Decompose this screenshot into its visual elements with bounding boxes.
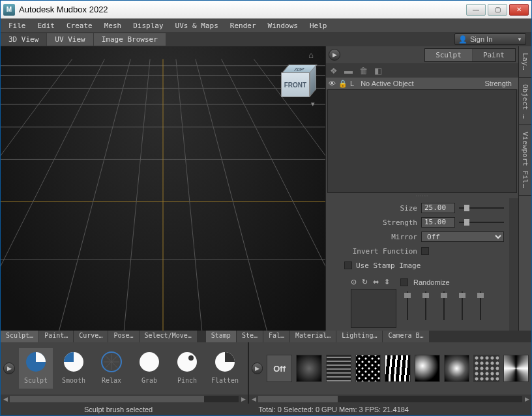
brush-relax[interactable]: Relax [95,348,128,389]
menu-file[interactable]: File [3,20,31,31]
brush-scrollbar[interactable]: ◀▶ [1,394,248,404]
vslider-5[interactable] [476,291,485,320]
invert-checkbox[interactable] [421,247,429,255]
stamp-1[interactable] [296,355,321,382]
minimize-button[interactable]: — [466,4,486,16]
sidetab-object[interactable]: Object … [519,78,531,126]
right-scrollbar[interactable] [509,198,518,331]
brush-grab[interactable]: Grab [132,348,166,389]
stamp-scrollbar[interactable]: ◀▶ [249,394,531,404]
menu-edit[interactable]: Edit [33,20,61,31]
tab-imagebrowser[interactable]: Image Browser [94,33,166,46]
mirror-label: Mirror [331,233,417,241]
usestamp-checkbox[interactable] [344,261,352,269]
folder-icon[interactable]: ▬ [344,66,353,76]
expand-button[interactable]: ▶ [329,49,340,61]
home-icon[interactable]: ⌂ [308,50,314,60]
svg-line-16 [222,59,325,331]
maximize-button[interactable]: ▢ [488,4,507,16]
no-active-object: No Active Object [361,80,413,87]
app-logo: M [3,4,15,16]
size-input[interactable]: 25.00 [421,203,455,213]
tray-expand-right[interactable]: ▶ [252,363,263,374]
layer-list[interactable] [327,89,517,193]
strength-input[interactable]: 15.00 [421,217,455,228]
svg-point-27 [188,355,194,361]
vslider-2[interactable] [421,291,430,320]
signin-dropdown[interactable]: 👤 Sign In ▼ [454,33,526,45]
cat-lighting[interactable]: Lighting… [336,331,382,342]
tab-uvview[interactable]: UV View [47,33,93,46]
cat-select[interactable]: Select/Move… [140,331,197,342]
cat-material[interactable]: Material… [290,331,336,342]
layer-header: 👁 🔒 L No Active Object Strength [326,78,518,89]
svg-line-12 [124,59,150,331]
sidetab-viewport[interactable]: Viewport Fil… [519,125,531,195]
brush-pinch[interactable]: Pinch [170,348,204,389]
strength-slider[interactable] [459,218,504,227]
mode-paint[interactable]: Paint [473,49,515,61]
mode-sculpt[interactable]: Sculpt [425,49,472,61]
trash-icon[interactable]: 🗑 [359,66,368,76]
vslider-4[interactable] [458,291,467,320]
bottom-tray: Sculpt… Paint… Curve… Pose… Select/Move…… [1,331,531,404]
col-l: L [350,80,354,87]
menu-help[interactable]: Help [304,20,332,31]
menu-uvs[interactable]: UVs & Maps [170,20,224,31]
menu-mesh[interactable]: Mesh [99,20,127,31]
side-tab-strip: Lay… Object … Viewport Fil… [518,46,531,331]
viewcube[interactable]: TOP FRONT [281,65,315,98]
cat-stencil[interactable]: Ste… [237,331,263,342]
3d-viewport[interactable]: ⌂ TOP FRONT ▾ [1,46,325,331]
stamp-off[interactable]: Off [267,355,292,382]
tray-expand-left[interactable]: ▶ [3,363,15,374]
svg-line-14 [176,59,202,331]
vslider-3[interactable] [439,291,449,320]
stamp-6[interactable] [444,355,469,382]
svg-point-25 [140,352,159,372]
menu-render[interactable]: Render [225,20,261,31]
vslider-1[interactable] [403,291,412,320]
brush-sculpt[interactable]: Sculpt [19,348,53,389]
brush-smooth[interactable]: Smooth [57,348,91,389]
stamp-4[interactable] [385,355,410,382]
stamp-8[interactable] [503,355,529,382]
flip-v-icon[interactable]: ⇕ [384,278,390,286]
flip-h-icon[interactable]: ⇔ [373,278,379,286]
menu-windows[interactable]: Windows [263,20,303,31]
merge-icon[interactable]: ◧ [374,66,382,76]
stamp-2[interactable] [326,355,351,382]
menu-display[interactable]: Display [128,20,168,31]
invert-label: Invert Function [331,247,417,256]
splitter[interactable]: ······ [326,193,518,198]
menu-create[interactable]: Create [61,20,98,31]
cat-curve[interactable]: Curve… [74,331,108,342]
cat-sculpt[interactable]: Sculpt… [1,331,38,342]
layers-icon[interactable]: ❖ [330,66,338,76]
brush-flatten[interactable]: Flatten [208,348,242,389]
stamp-preview[interactable] [351,289,396,328]
tab-3dview[interactable]: 3D View [1,33,46,46]
orient-icon[interactable]: ⊙ [351,278,357,286]
svg-line-15 [196,59,267,331]
stamp-5[interactable] [415,355,440,382]
eye-icon[interactable]: 👁 [329,80,336,87]
stamp-3[interactable] [355,355,381,382]
size-slider[interactable] [459,203,504,213]
status-bar: Sculpt brush selected Total: 0 Selected:… [1,404,531,415]
close-button[interactable]: ✕ [509,4,529,16]
randomize-checkbox[interactable] [400,278,408,286]
stamp-7[interactable] [473,355,499,382]
cat-paint[interactable]: Paint… [39,331,73,342]
cat-camera[interactable]: Camera B… [383,331,428,342]
strength-label: Strength [331,218,417,227]
sidetab-layers[interactable]: Lay… [519,46,531,78]
rotate-icon[interactable]: ↻ [362,278,368,286]
viewcube-front[interactable]: FRONT [281,72,310,97]
cat-pose[interactable]: Pose… [108,331,138,342]
lock-icon[interactable]: 🔒 [338,80,347,88]
cat-falloff[interactable]: Fal… [263,331,289,342]
cat-stamp[interactable]: Stamp [206,331,236,342]
viewcube-menu-icon[interactable]: ▾ [311,100,315,108]
mirror-select[interactable]: Off [421,231,504,242]
